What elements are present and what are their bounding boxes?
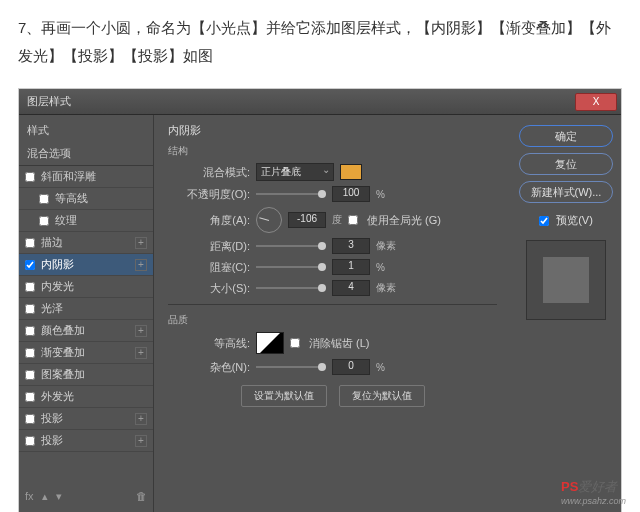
noise-slider[interactable] (256, 366, 326, 368)
antialias-checkbox[interactable] (290, 338, 300, 348)
style-item-9[interactable]: 图案叠加 (19, 364, 153, 386)
preview-checkbox[interactable] (539, 216, 549, 226)
add-effect-icon[interactable]: + (135, 413, 147, 425)
opacity-slider[interactable] (256, 193, 326, 195)
trash-icon[interactable]: 🗑 (136, 490, 147, 503)
style-checkbox[interactable] (25, 370, 35, 380)
close-button[interactable]: X (575, 93, 617, 111)
contour-picker[interactable] (256, 332, 284, 354)
watermark: PS爱好者 www.psahz.com (561, 478, 626, 506)
style-checkbox[interactable] (25, 392, 35, 402)
style-checkbox[interactable] (25, 282, 35, 292)
ok-button[interactable]: 确定 (519, 125, 613, 147)
style-checkbox[interactable] (25, 260, 35, 270)
angle-input[interactable]: -106 (288, 212, 326, 228)
styles-header: 样式 (19, 119, 153, 142)
instruction-text: 7、再画一个小圆，命名为【小光点】并给它添加图层样式，【内阴影】【渐变叠加】【外… (0, 0, 640, 80)
angle-dial[interactable] (256, 207, 282, 233)
style-checkbox[interactable] (25, 172, 35, 182)
styles-list-panel: 样式 混合选项 斜面和浮雕等高线纹理描边+内阴影+内发光光泽颜色叠加+渐变叠加+… (19, 115, 154, 512)
style-item-1[interactable]: 等高线 (19, 188, 153, 210)
style-item-5[interactable]: 内发光 (19, 276, 153, 298)
pct-unit: % (376, 189, 385, 200)
make-default-button[interactable]: 设置为默认值 (241, 385, 327, 407)
choke-label: 阻塞(C): (168, 260, 250, 275)
style-label: 内阴影 (41, 257, 74, 272)
style-label: 投影 (41, 433, 63, 448)
opacity-label: 不透明度(O): (168, 187, 250, 202)
style-label: 等高线 (55, 191, 88, 206)
opacity-input[interactable]: 100 (332, 186, 370, 202)
preview-swatch (543, 257, 589, 303)
style-item-12[interactable]: 投影+ (19, 430, 153, 452)
styles-footer: fx ▴ ▾ 🗑 (19, 484, 153, 509)
add-effect-icon[interactable]: + (135, 435, 147, 447)
angle-label: 角度(A): (168, 213, 250, 228)
blend-mode-label: 混合模式: (168, 165, 250, 180)
style-label: 颜色叠加 (41, 323, 85, 338)
section-title: 内阴影 (168, 123, 497, 138)
group-quality: 品质 (168, 313, 497, 327)
style-item-7[interactable]: 颜色叠加+ (19, 320, 153, 342)
style-label: 渐变叠加 (41, 345, 85, 360)
action-panel: 确定 复位 新建样式(W)... 预览(V) (511, 115, 621, 512)
size-input[interactable]: 4 (332, 280, 370, 296)
style-checkbox[interactable] (25, 326, 35, 336)
style-label: 内发光 (41, 279, 74, 294)
style-label: 投影 (41, 411, 63, 426)
dialog-title: 图层样式 (27, 94, 575, 109)
antialias-label: 消除锯齿 (L) (309, 336, 370, 351)
px-unit: 像素 (376, 239, 396, 253)
add-effect-icon[interactable]: + (135, 325, 147, 337)
choke-input[interactable]: 1 (332, 259, 370, 275)
distance-slider[interactable] (256, 245, 326, 247)
style-checkbox[interactable] (25, 348, 35, 358)
add-effect-icon[interactable]: + (135, 347, 147, 359)
style-label: 图案叠加 (41, 367, 85, 382)
preview-label: 预览(V) (556, 213, 593, 228)
style-checkbox[interactable] (25, 436, 35, 446)
style-item-8[interactable]: 渐变叠加+ (19, 342, 153, 364)
noise-input[interactable]: 0 (332, 359, 370, 375)
noise-label: 杂色(N): (168, 360, 250, 375)
degree-unit: 度 (332, 213, 342, 227)
blend-mode-select[interactable]: 正片叠底 (256, 163, 334, 181)
contour-label: 等高线: (168, 336, 250, 351)
style-item-10[interactable]: 外发光 (19, 386, 153, 408)
add-effect-icon[interactable]: + (135, 259, 147, 271)
divider (168, 304, 497, 305)
fx-icon[interactable]: fx (25, 490, 34, 503)
blending-options[interactable]: 混合选项 (19, 142, 153, 166)
style-item-2[interactable]: 纹理 (19, 210, 153, 232)
style-label: 光泽 (41, 301, 63, 316)
style-item-3[interactable]: 描边+ (19, 232, 153, 254)
size-slider[interactable] (256, 287, 326, 289)
reset-default-button[interactable]: 复位为默认值 (339, 385, 425, 407)
cancel-button[interactable]: 复位 (519, 153, 613, 175)
style-item-6[interactable]: 光泽 (19, 298, 153, 320)
style-label: 外发光 (41, 389, 74, 404)
style-checkbox[interactable] (25, 304, 35, 314)
titlebar: 图层样式 X (19, 89, 621, 115)
style-checkbox[interactable] (25, 414, 35, 424)
color-swatch[interactable] (340, 164, 362, 180)
distance-input[interactable]: 3 (332, 238, 370, 254)
style-label: 描边 (41, 235, 63, 250)
choke-slider[interactable] (256, 266, 326, 268)
down-icon[interactable]: ▾ (56, 490, 62, 503)
style-checkbox[interactable] (25, 238, 35, 248)
style-item-0[interactable]: 斜面和浮雕 (19, 166, 153, 188)
add-effect-icon[interactable]: + (135, 237, 147, 249)
style-checkbox[interactable] (39, 194, 49, 204)
up-icon[interactable]: ▴ (42, 490, 48, 503)
new-style-button[interactable]: 新建样式(W)... (519, 181, 613, 203)
settings-panel: 内阴影 结构 混合模式: 正片叠底 不透明度(O): 100 % 角度(A): … (154, 115, 511, 512)
distance-label: 距离(D): (168, 239, 250, 254)
style-label: 斜面和浮雕 (41, 169, 96, 184)
group-structure: 结构 (168, 144, 497, 158)
global-light-label: 使用全局光 (G) (367, 213, 441, 228)
style-item-4[interactable]: 内阴影+ (19, 254, 153, 276)
style-checkbox[interactable] (39, 216, 49, 226)
global-light-checkbox[interactable] (348, 215, 358, 225)
style-item-11[interactable]: 投影+ (19, 408, 153, 430)
